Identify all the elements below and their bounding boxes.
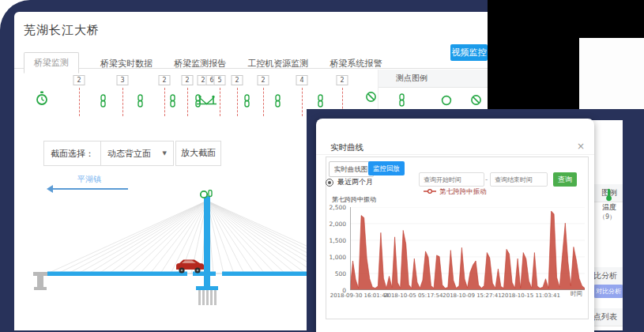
sensor-count-badge: 5: [214, 75, 226, 85]
sensor-count-badge: 3: [117, 75, 129, 85]
chart-x-axis-name: 时间: [571, 290, 582, 298]
video-monitor-button[interactable]: 视频监控: [450, 44, 488, 61]
tab-monitor-report[interactable]: 桥梁监测报告: [174, 58, 226, 70]
end-time-input[interactable]: [490, 172, 548, 187]
legend-text: 第七跨跨中振动: [439, 187, 487, 195]
bridge-left-place-label: 平湖镇: [77, 174, 101, 185]
tab-realtime-curve[interactable]: 实时曲线图: [329, 161, 374, 177]
left-pier: [33, 272, 47, 290]
legend-panel-title: 测点图例: [378, 74, 427, 82]
chain-icon: [136, 94, 145, 108]
radio-label: 最近两个月: [337, 177, 373, 187]
chain-icon: [273, 94, 282, 108]
chain-sensor: [168, 94, 177, 111]
sensor-dashed-line: [302, 88, 303, 116]
white-backdrop-patch: [579, 38, 644, 109]
sensor-dashed-line: [237, 88, 238, 116]
query-button[interactable]: 查询: [553, 172, 577, 187]
legend-marker-icon: [424, 188, 436, 196]
chain-icon: [397, 93, 406, 107]
black-backdrop-block-2: [488, 0, 579, 113]
sensor-dashed-line: [220, 88, 220, 116]
no-entry-icon: [470, 94, 482, 106]
x-tick-label: 2018-10-09 15:27:41: [443, 292, 501, 299]
y-tick-label: 2,000: [319, 221, 346, 228]
tab-realtime-data[interactable]: 桥梁实时数据: [100, 58, 153, 70]
temperature-label: 温度: [602, 202, 616, 213]
sensor-dashed-line: [263, 88, 264, 116]
x-tick-label: 2018-09-30 16:01:44: [330, 292, 389, 299]
section-select-dropdown[interactable]: 动态背立面 ▼: [100, 141, 173, 165]
sensor-count-badge: 2: [73, 75, 85, 85]
chain-icon: [316, 94, 325, 108]
sensor-count-badge: 2: [182, 75, 194, 85]
y-tick-label: 1,000: [319, 254, 346, 261]
x-tick-label: 2018-10-15 11:03:41: [502, 292, 560, 299]
sensor-count-badge: 2: [337, 75, 348, 85]
section-select-group: 截面选择： 动态背立面 ▼: [43, 141, 174, 166]
modal-header-divider: [316, 154, 594, 155]
sensor-count-badge: 2: [232, 75, 243, 85]
section-select-value: 动态背立面: [107, 148, 151, 160]
sensor-count-badge: 4: [296, 75, 308, 85]
chain-sensor: [273, 94, 282, 111]
sensor-count-badge: 2: [159, 75, 171, 85]
chain-sensor: [99, 94, 107, 111]
tower-top-sensor-icon: [201, 191, 212, 198]
sensor-dashed-line: [164, 88, 165, 116]
y-tick-label: 1,500: [319, 237, 346, 244]
y-tick-label: 500: [319, 270, 346, 277]
modal-title: 实时曲线: [330, 142, 363, 153]
sensor-dashed-line: [79, 88, 80, 116]
chain-sensor: [136, 94, 145, 111]
car: [176, 260, 204, 274]
chain-icon: [99, 94, 107, 108]
chain-icon: [243, 94, 251, 108]
page-title: 芜湖长江大桥: [24, 23, 100, 38]
circle-sensor-icon: [441, 95, 452, 106]
chain-sensor: [194, 94, 202, 111]
chart-title: 第七跨跨中振动: [332, 195, 376, 204]
chevron-down-icon: ▼: [163, 150, 167, 157]
realtime-curve-modal: 实时曲线 × 实时曲线图 监控回放 最近两个月 - 查询 第七跨跨中振动 第七跨…: [316, 119, 594, 332]
vibration-chart: [350, 207, 585, 290]
stopwatch-icon: [36, 91, 48, 109]
tab-system-alarm[interactable]: 桥梁系统报警: [330, 58, 382, 70]
no-entry-icon: [365, 91, 377, 103]
recent-two-months-radio[interactable]: 最近两个月: [326, 177, 373, 187]
tab-monitor-playback[interactable]: 监控回放: [368, 161, 405, 175]
radio-dot-icon: [326, 179, 333, 187]
chain-sensor: [243, 94, 251, 111]
sensor-count-badge: 2: [258, 75, 269, 85]
start-time-input[interactable]: [419, 172, 484, 187]
sensor-dashed-line: [122, 88, 123, 116]
sensor-dashed-line: [187, 88, 188, 116]
range-separator: -: [485, 175, 488, 183]
screenshot-stage: 芜湖长江大桥 桥梁监测 桥梁实时数据 桥梁监测报告 工控机资源监测 桥梁系统报警…: [0, 0, 644, 332]
zoom-section-button[interactable]: 放大截面: [175, 141, 221, 166]
close-icon[interactable]: ×: [577, 141, 585, 151]
chain-icon: [168, 94, 177, 108]
y-tick-label: 2,500: [319, 204, 346, 211]
chain-sensor: [316, 94, 325, 111]
x-tick-label: 2018-10-05 05:17:54: [384, 292, 443, 299]
compare-analysis-button[interactable]: 对比分析: [593, 285, 623, 298]
tab-bridge-monitor[interactable]: 桥梁监测: [24, 52, 79, 74]
temperature-count: （9）: [599, 213, 616, 221]
section-select-label: 截面选择：: [44, 148, 100, 160]
chain-icon: [194, 94, 202, 108]
tower-foundation: [196, 286, 218, 305]
tab-ipc-resource[interactable]: 工控机资源监测: [247, 58, 308, 70]
